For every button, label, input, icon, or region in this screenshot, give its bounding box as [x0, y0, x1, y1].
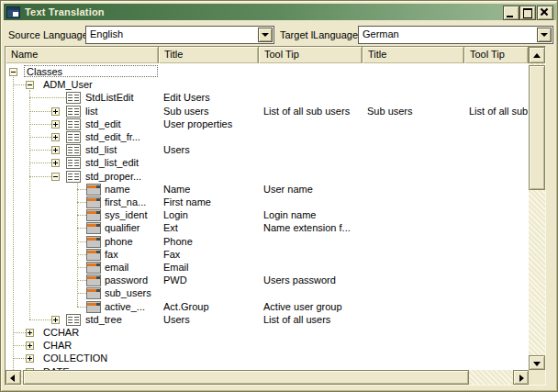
tree-row-char[interactable]: CHAR	[6, 339, 529, 353]
tree-row-std-edit-fr-[interactable]: std_edit_fr...	[6, 130, 529, 144]
tree-row-qualifier[interactable]: qualifierExtName extension f...	[6, 221, 529, 235]
translation-tree[interactable]: ClassesADM_UserStdListEditEdit Userslist…	[6, 63, 529, 370]
tooltip-cell	[259, 170, 363, 183]
field-icon	[86, 249, 101, 261]
tree-row-active-[interactable]: active_...Act.GroupActive user group	[6, 300, 529, 314]
tree-row-first-na-[interactable]: first_na...First name	[6, 196, 529, 209]
tree-item-label: fax	[105, 249, 118, 260]
title-cell	[159, 130, 259, 143]
scroll-right-button[interactable]	[513, 370, 529, 385]
horizontal-scrollbar[interactable]	[6, 370, 529, 385]
scroll-up-button[interactable]	[529, 47, 545, 63]
tooltip-de-cell	[464, 274, 529, 286]
vertical-scrollbar[interactable]	[529, 47, 545, 370]
tree-item-label: std_proper...	[85, 171, 141, 182]
tree-row-name[interactable]: nameNameUser name	[6, 183, 529, 196]
column-header-tool-tip[interactable]: Tool Tip	[464, 47, 529, 63]
column-header-title[interactable]: Title	[363, 47, 464, 63]
title-cell	[159, 326, 259, 339]
tree-row-classes[interactable]: Classes	[6, 65, 529, 79]
scroll-left-button[interactable]	[6, 370, 21, 385]
source-language-combobox[interactable]: English	[85, 26, 274, 44]
expand-plus-icon[interactable]	[51, 159, 60, 167]
scroll-down-button[interactable]	[529, 355, 545, 370]
expand-plus-icon[interactable]	[26, 329, 34, 337]
title-cell	[159, 339, 259, 352]
tree-row-adm-user[interactable]: ADM_User	[6, 78, 529, 92]
tree-row-collection[interactable]: COLLECTION	[6, 352, 529, 365]
field-icon	[86, 209, 101, 221]
title-de-cell	[363, 286, 464, 299]
expand-plus-icon[interactable]	[51, 316, 60, 324]
expand-plus-icon[interactable]	[51, 107, 60, 116]
tree-item-label: list	[85, 106, 97, 117]
title-de-cell	[363, 326, 464, 339]
tree-connector-line	[77, 293, 86, 294]
tree-connector-line	[77, 228, 86, 229]
expand-plus-icon[interactable]	[51, 146, 60, 154]
target-language-dropdown-button[interactable]	[537, 28, 552, 42]
title-bar[interactable]: Text Translation	[4, 4, 556, 20]
column-header-name[interactable]: Name	[6, 47, 159, 63]
collapse-minus-icon[interactable]	[51, 173, 60, 181]
tooltip-de-cell	[464, 352, 529, 364]
tree-row-std-edit[interactable]: std_editUser properties	[6, 118, 529, 131]
tree-row-email[interactable]: emailEmail	[6, 261, 529, 274]
source-language-dropdown-button[interactable]	[258, 28, 273, 42]
tooltip-de-cell	[464, 91, 529, 104]
target-language-combobox[interactable]: German	[358, 26, 553, 44]
collapse-minus-icon[interactable]	[26, 81, 34, 89]
title-cell: Users	[159, 143, 259, 156]
vertical-scrollbar-thumb[interactable]	[529, 65, 545, 190]
tree-row-sys-ident[interactable]: sys_identLoginLogin name	[6, 208, 529, 222]
expand-plus-icon[interactable]	[51, 120, 60, 129]
title-cell	[159, 65, 259, 78]
tree-row-sub-users[interactable]: sub_users	[6, 286, 529, 300]
arrow-up-icon	[533, 53, 541, 58]
collapse-minus-icon[interactable]	[9, 68, 17, 76]
tree-row-std-list-edit[interactable]: std_list_edit	[6, 156, 529, 170]
form-icon	[66, 157, 81, 169]
tree-row-phone[interactable]: phonePhone	[6, 235, 529, 249]
tree-row-password[interactable]: passwordPWDUsers password	[6, 274, 529, 287]
column-header-tool-tip[interactable]: Tool Tip	[259, 47, 363, 63]
tooltip-cell: Users password	[259, 274, 363, 286]
tree-connector-line	[29, 162, 51, 163]
tree-row-list[interactable]: listSub usersList of all sub usersSub us…	[6, 105, 529, 118]
title-cell: User properties	[159, 118, 259, 130]
tree-row-std-proper-[interactable]: std_proper...	[6, 170, 529, 184]
tooltip-de-cell	[464, 339, 529, 352]
tree-row-cchar[interactable]: CCHAR	[6, 326, 529, 340]
column-header-title[interactable]: Title	[159, 47, 259, 63]
field-icon	[86, 301, 101, 313]
expand-plus-icon[interactable]	[26, 354, 34, 363]
tooltip-cell	[259, 235, 363, 248]
maximize-button[interactable]	[519, 6, 536, 20]
tree-row-std-list[interactable]: std_listUsers	[6, 143, 529, 157]
title-de-cell	[363, 170, 464, 183]
minimize-button[interactable]	[503, 6, 519, 20]
target-language-label: Target lLanguage	[280, 29, 358, 40]
tooltip-cell	[259, 261, 363, 274]
scrollbar-corner	[529, 370, 545, 385]
form-icon	[66, 106, 81, 118]
title-cell: Users	[159, 313, 259, 326]
expand-plus-icon[interactable]	[51, 133, 60, 141]
close-button[interactable]	[537, 6, 553, 20]
tree-row-stdlistedit[interactable]: StdListEditEdit Users	[6, 91, 529, 105]
tooltip-de-cell	[464, 261, 529, 274]
tooltip-cell	[259, 143, 363, 156]
tree-connector-line	[77, 280, 86, 281]
title-de-cell	[363, 300, 464, 313]
tree-item-label: ADM_User	[43, 79, 93, 90]
tree-row-std-tree[interactable]: std_treeUsersList of all users	[6, 313, 529, 327]
tooltip-de-cell	[464, 143, 529, 156]
tooltip-cell	[259, 196, 363, 208]
expand-plus-icon[interactable]	[26, 342, 34, 350]
horizontal-scrollbar-thumb[interactable]	[23, 370, 469, 385]
tree-connector-line	[29, 150, 51, 151]
title-de-cell	[363, 130, 464, 143]
tooltip-cell: Login name	[259, 208, 363, 221]
tree-row-fax[interactable]: faxFax	[6, 248, 529, 262]
tree-connector-line	[29, 176, 51, 177]
